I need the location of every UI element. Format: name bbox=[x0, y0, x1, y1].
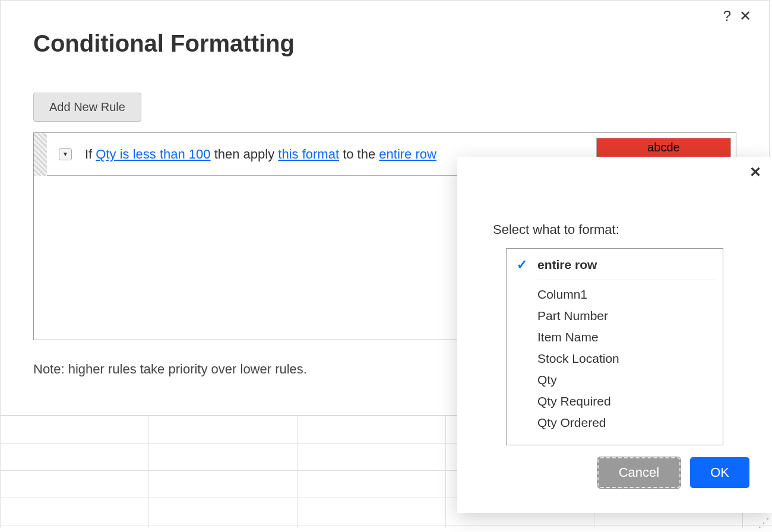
option-label: Stock Location bbox=[530, 352, 619, 366]
rule-scope-link[interactable]: entire row bbox=[379, 147, 436, 162]
resize-grip-icon[interactable]: ⋰ bbox=[758, 515, 770, 530]
rule-condition-link[interactable]: Qty is less than 100 bbox=[96, 147, 210, 162]
rule-format-link[interactable]: this format bbox=[278, 147, 339, 162]
drag-handle-icon[interactable] bbox=[34, 133, 47, 176]
rule-mid2: to the bbox=[339, 147, 379, 162]
page-title: Conditional Formatting bbox=[33, 30, 736, 57]
format-target-option-entire-row[interactable]: ✓ entire row bbox=[507, 254, 723, 276]
option-label: entire row bbox=[530, 258, 597, 272]
format-target-option[interactable]: Qty bbox=[507, 369, 723, 391]
ok-button[interactable]: OK bbox=[690, 457, 749, 488]
add-new-rule-button[interactable]: Add New Rule bbox=[33, 93, 141, 122]
rule-prefix: If bbox=[85, 147, 96, 162]
option-label: Qty bbox=[530, 373, 557, 387]
rule-menu-toggle[interactable]: ▼ bbox=[59, 148, 72, 160]
option-label: Part Number bbox=[530, 309, 608, 323]
cancel-button[interactable]: Cancel bbox=[597, 457, 681, 488]
check-icon: ✓ bbox=[514, 257, 530, 273]
popup-heading: Select what to format: bbox=[493, 222, 759, 238]
option-label: Qty Ordered bbox=[530, 416, 606, 430]
divider bbox=[537, 280, 716, 280]
format-target-option[interactable]: Part Number bbox=[507, 305, 723, 327]
rule-mid1: then apply bbox=[211, 147, 279, 162]
option-label: Item Name bbox=[530, 330, 599, 344]
help-icon[interactable]: ? bbox=[723, 9, 731, 23]
option-label: Qty Required bbox=[530, 394, 611, 408]
format-target-list: ✓ entire row Column1 Part Number Item Na… bbox=[506, 248, 723, 445]
rule-sentence: If Qty is less than 100 then apply this … bbox=[85, 147, 436, 162]
select-format-target-popup: ✕ Select what to format: ✓ entire row Co… bbox=[457, 157, 772, 513]
format-target-option[interactable]: Column1 bbox=[507, 284, 723, 305]
format-target-option[interactable]: Qty Ordered bbox=[507, 412, 723, 433]
format-target-option[interactable]: Item Name bbox=[507, 327, 723, 348]
close-icon[interactable]: ✕ bbox=[739, 9, 751, 23]
chevron-down-icon: ▼ bbox=[62, 151, 68, 157]
format-target-option[interactable]: Qty Required bbox=[507, 391, 723, 412]
option-label: Column1 bbox=[530, 287, 587, 302]
close-icon[interactable]: ✕ bbox=[749, 164, 761, 180]
format-target-option[interactable]: Stock Location bbox=[507, 348, 723, 369]
